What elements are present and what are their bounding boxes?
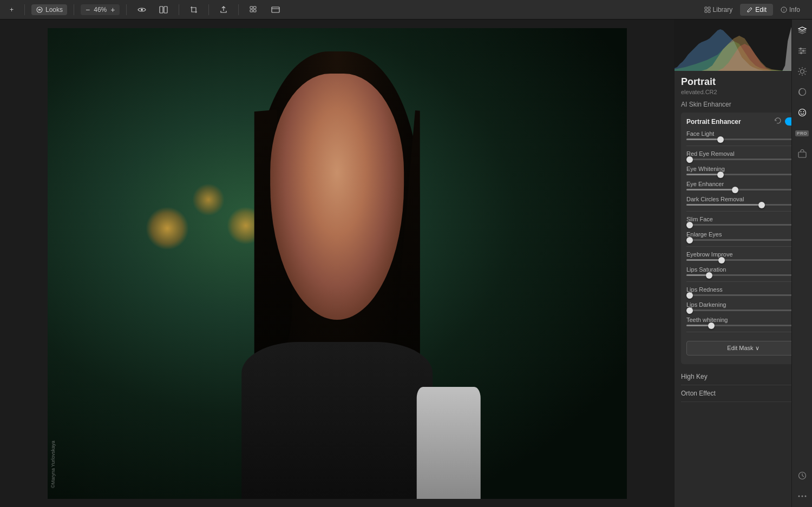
ai-section-label: AI Skin Enhancer (681, 101, 806, 108)
high-key-label: High Key (681, 373, 708, 380)
slider-row: Red Eye Removal0 (686, 150, 800, 160)
bag-icon-btn[interactable] (796, 147, 809, 160)
svg-text:i: i (783, 8, 784, 12)
crop-button[interactable] (186, 4, 202, 15)
split-view-button[interactable] (155, 4, 172, 15)
slider-thumb[interactable] (686, 156, 693, 163)
palette-icon-btn[interactable] (796, 85, 809, 98)
clothing (241, 342, 433, 498)
export-button[interactable] (215, 4, 232, 15)
slider-thumb[interactable] (686, 222, 693, 228)
sliders-container: Face Light30Red Eye Removal0Eye Whitenin… (686, 130, 800, 326)
slider-thumb[interactable] (708, 322, 715, 329)
slider-row: Lips Saturation20 (686, 266, 800, 276)
slider-label: Lips Redness (686, 286, 723, 293)
history-icon-btn[interactable] (796, 469, 809, 482)
sun-icon-btn[interactable] (796, 65, 809, 78)
shortcut-button[interactable] (245, 4, 263, 15)
slider-thumb[interactable] (717, 172, 724, 178)
svg-point-33 (798, 109, 806, 116)
portrait-enhancer-box: Portrait Enhancer Face Light30Red Eye Re… (681, 113, 806, 364)
svg-point-1 (141, 9, 143, 11)
slider-row: Lips Darkening0 (686, 301, 800, 311)
high-key-section[interactable]: High Key › (681, 368, 806, 385)
slider-thumb[interactable] (706, 272, 712, 279)
edit-tab[interactable]: Edit (740, 4, 773, 16)
window-icon (271, 6, 280, 13)
split-icon (159, 6, 168, 14)
svg-rect-36 (798, 152, 806, 157)
slider-fill (686, 189, 735, 190)
face-icon-btn[interactable] (796, 106, 809, 119)
view-tabs: Library Edit i Info (698, 4, 807, 16)
svg-rect-4 (250, 6, 253, 9)
looks-icon (36, 6, 43, 14)
slider-thumb[interactable] (758, 202, 765, 208)
svg-rect-11 (708, 7, 710, 9)
reset-button[interactable] (774, 117, 782, 126)
slider-fill (686, 139, 721, 140)
svg-point-23 (800, 70, 804, 74)
looks-button[interactable]: Looks (31, 4, 67, 15)
library-tab[interactable]: Library (698, 4, 739, 16)
slider-label: Enlarge Eyes (686, 231, 722, 238)
slider-track[interactable] (686, 310, 800, 311)
orton-effect-section[interactable]: Orton Effect › (681, 385, 806, 402)
slider-track[interactable] (686, 239, 800, 241)
preview-button[interactable] (133, 5, 150, 15)
slider-divider-9 (686, 281, 800, 282)
slider-fill (686, 174, 721, 175)
slider-track[interactable] (686, 174, 800, 175)
slider-thumb[interactable] (686, 237, 693, 243)
slider-track[interactable] (686, 139, 800, 140)
person-figure (178, 51, 496, 499)
slider-thumb[interactable] (686, 292, 693, 299)
slider-divider-1 (686, 146, 800, 146)
slider-track[interactable] (686, 204, 800, 206)
slider-thumb[interactable] (686, 307, 693, 314)
slider-thumb[interactable] (732, 187, 738, 193)
panel-icon-sidebar: PRO (791, 19, 812, 507)
slider-label: Dark Circles Removal (686, 196, 744, 202)
slider-thumb[interactable] (717, 136, 724, 143)
slider-track[interactable] (686, 325, 800, 326)
adjustments-icon-btn[interactable] (796, 44, 809, 57)
slider-label: Lips Darkening (686, 301, 726, 308)
svg-rect-10 (705, 7, 707, 9)
slider-track[interactable] (686, 189, 800, 190)
svg-point-39 (801, 496, 803, 497)
enhancer-header: Portrait Enhancer (686, 117, 800, 126)
photo-background: ©Maryna Yurlovskaya (48, 28, 627, 499)
library-label: Library (713, 6, 733, 14)
slider-row: Face Light30 (686, 130, 800, 140)
edit-icon (746, 6, 753, 13)
reset-icon (774, 117, 782, 124)
svg-rect-8 (272, 7, 279, 12)
svg-rect-7 (253, 10, 256, 12)
svg-line-29 (804, 74, 806, 75)
more-icon-btn[interactable] (796, 490, 809, 503)
svg-point-35 (803, 111, 804, 113)
info-tab[interactable]: i Info (774, 4, 807, 16)
slider-row: Teeth whitening22 (686, 317, 800, 326)
zoom-decrease-button[interactable]: − (84, 5, 91, 14)
slider-track[interactable] (686, 159, 800, 160)
window-button[interactable] (267, 5, 284, 15)
slider-track[interactable] (686, 274, 800, 276)
svg-point-21 (802, 50, 804, 52)
watermark: ©Maryna Yurlovskaya (50, 440, 56, 488)
add-button[interactable]: + (5, 4, 18, 15)
slider-track[interactable] (686, 294, 800, 296)
slider-row: Eye Enhancer43 (686, 181, 800, 190)
pro-icon-btn[interactable]: PRO (796, 127, 809, 140)
zoom-increase-button[interactable]: + (109, 5, 116, 14)
edit-mask-button[interactable]: Edit Mask ∨ (686, 341, 800, 355)
slider-track[interactable] (686, 259, 800, 261)
slider-label: Lips Saturation (686, 266, 726, 273)
photo-area: ©Maryna Yurlovskaya (0, 19, 674, 507)
svg-rect-2 (160, 6, 163, 13)
layers-icon-btn[interactable] (796, 24, 809, 37)
slider-thumb[interactable] (718, 257, 725, 264)
slider-track[interactable] (686, 224, 800, 226)
panel-filename: elevated.CR2 (681, 89, 806, 95)
